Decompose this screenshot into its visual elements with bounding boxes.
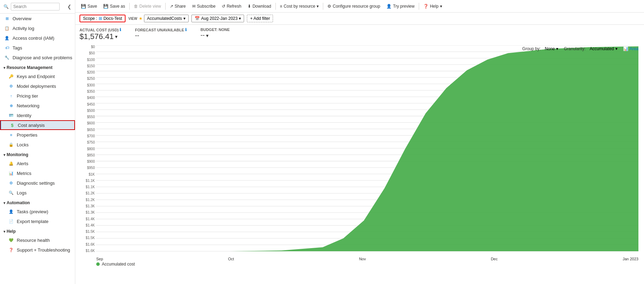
- y-axis-label: $1.4K: [81, 224, 95, 227]
- y-axis-label: $400: [81, 96, 95, 100]
- view-value: AccumulatedCosts: [147, 16, 182, 21]
- add-filter-button[interactable]: + Add filter: [247, 15, 273, 22]
- sidebar-item-label: Metrics: [17, 171, 31, 176]
- y-axis-label: $500: [81, 109, 95, 113]
- sidebar-item-alerts[interactable]: 🔔 Alerts: [0, 159, 75, 168]
- sidebar-item-identity[interactable]: 🪪 Identity: [0, 110, 75, 120]
- dropdown-icon: ▾: [317, 4, 319, 9]
- share-button[interactable]: ↗ Share: [167, 2, 189, 10]
- sidebar-item-networking[interactable]: ⊕ Networking: [0, 101, 75, 110]
- sidebar-item-support-troubleshooting[interactable]: ❓ Support + Troubleshooting: [0, 245, 75, 255]
- actual-cost-section: ACTUAL COST (USD) ℹ $1,576.41 ▾: [79, 28, 121, 41]
- sidebar-item-export-template[interactable]: 📄 Export template: [0, 216, 75, 226]
- delete-icon: 🗑: [134, 4, 138, 9]
- section-resource-management[interactable]: ▾ Resource Management: [0, 62, 75, 71]
- sidebar-item-label: Pricing tier: [17, 93, 38, 99]
- configure-resource-group-button[interactable]: ⚙ Configure resource group: [325, 2, 383, 10]
- sidebar-item-label: Tasks (preview): [17, 209, 48, 214]
- resource-health-icon: 💚: [8, 237, 14, 243]
- section-automation[interactable]: ▾ Automation: [0, 198, 75, 207]
- granularity-label: Granularity:: [564, 46, 585, 51]
- date-range-button[interactable]: 📅 Aug 2022-Jan 2023 ▾: [191, 15, 244, 22]
- sidebar-item-keys-endpoint[interactable]: 🔑 Keys and Endpoint: [0, 71, 75, 81]
- toolbar-divider-3: [275, 3, 276, 10]
- logs-icon: 🔍: [8, 190, 14, 195]
- refresh-button[interactable]: ↺ Refresh: [219, 2, 244, 10]
- info-icon-forecast[interactable]: ℹ: [185, 28, 187, 32]
- help-button[interactable]: ❓ Help ▾: [421, 2, 445, 10]
- sidebar-item-label: Networking: [17, 103, 39, 108]
- view-selector: VIEW ★ AccumulatedCosts ▾: [128, 15, 189, 22]
- chevron-icon: ▾: [3, 230, 5, 233]
- search-icon: 🔍: [3, 4, 9, 9]
- view-dropdown-button[interactable]: AccumulatedCosts ▾: [144, 15, 189, 22]
- sidebar-item-tasks-preview[interactable]: 👤 Tasks (preview): [0, 207, 75, 216]
- section-monitoring[interactable]: ▾ Monitoring: [0, 149, 75, 159]
- group-by-dropdown[interactable]: None ▾: [542, 45, 561, 52]
- chart-type-control: 📊 Area: [623, 46, 638, 51]
- section-help[interactable]: ▾ Help: [0, 226, 75, 235]
- sidebar-item-resource-health[interactable]: 💚 Resource health: [0, 235, 75, 245]
- section-label: Help: [7, 229, 16, 234]
- sidebar-item-label: Activity log: [13, 26, 34, 31]
- group-by-chevron-icon: ▾: [556, 46, 558, 51]
- identity-icon: 🪪: [8, 113, 14, 118]
- sidebar-item-overview[interactable]: ⊞ Overview: [0, 14, 75, 23]
- sidebar-item-locks[interactable]: 🔒 Locks: [0, 140, 75, 149]
- search-input[interactable]: [11, 3, 60, 10]
- sidebar-item-activity-log[interactable]: 📋 Activity log: [0, 23, 75, 33]
- info-icon-actual-cost[interactable]: ℹ: [120, 28, 121, 32]
- save-as-button[interactable]: 💾 Save as: [100, 2, 128, 10]
- granularity-dropdown[interactable]: Accumulated ▾: [587, 45, 620, 52]
- y-axis-label: $200: [81, 71, 95, 74]
- networking-icon: ⊕: [8, 103, 14, 108]
- x-label-nov: Nov: [359, 257, 366, 261]
- sidebar-item-metrics[interactable]: 📊 Metrics: [0, 168, 75, 178]
- sidebar-item-cost-analysis[interactable]: $ Cost analysis: [0, 120, 75, 130]
- cost-by-resource-button[interactable]: ≡ Cost by resource ▾: [277, 2, 322, 10]
- sidebar-item-label: Resource health: [17, 238, 50, 243]
- sidebar-item-pricing-tier[interactable]: ↑ Pricing tier: [0, 91, 75, 101]
- download-button[interactable]: ⬇ Download: [245, 2, 274, 10]
- chart-plot: [96, 45, 638, 253]
- sidebar-item-logs[interactable]: 🔍 Logs: [0, 188, 75, 198]
- subscribe-icon: ✉: [192, 4, 196, 9]
- sidebar-item-tags[interactable]: 🏷 Tags: [0, 43, 75, 53]
- section-label: Resource Management: [7, 65, 52, 70]
- y-axis-label: $250: [81, 77, 95, 80]
- forecast-section: FORECAST UNAVAILABLE ℹ --: [135, 28, 187, 39]
- chart-container: Group by: None ▾ Granularity: Accumulate…: [75, 43, 644, 284]
- budget-dropdown-icon[interactable]: ▾: [206, 33, 209, 38]
- save-button[interactable]: 💾 Save: [78, 2, 100, 10]
- y-axis-label: $900: [81, 160, 95, 163]
- scope-value: Docs-Test: [104, 16, 122, 21]
- try-preview-button[interactable]: 👤 Try preview: [384, 2, 417, 10]
- scope-label: Scope :: [83, 16, 97, 21]
- actual-cost-dropdown-icon[interactable]: ▾: [115, 34, 118, 39]
- y-axis-label: $50: [81, 52, 95, 55]
- sidebar-item-diagnostic-settings[interactable]: ⚙ Diagnostic settings: [0, 178, 75, 188]
- delete-view-button[interactable]: 🗑 Delete view: [131, 2, 164, 10]
- granularity-chevron-icon: ▾: [615, 46, 618, 51]
- sidebar-item-diagnose[interactable]: 🔧 Diagnose and solve problems: [0, 53, 75, 62]
- date-dropdown-icon: ▾: [239, 16, 241, 21]
- cost-summary: ACTUAL COST (USD) ℹ $1,576.41 ▾ FORECAST…: [75, 25, 644, 43]
- subscribe-button[interactable]: ✉ Subscribe: [189, 2, 218, 10]
- toolbar-divider-2: [165, 3, 166, 10]
- sidebar-item-model-deployments[interactable]: ⚙ Model deployments: [0, 81, 75, 91]
- sidebar-collapse-button[interactable]: ❮: [67, 4, 71, 9]
- sidebar-item-label: Diagnostic settings: [17, 181, 55, 186]
- sidebar-item-label: Locks: [17, 142, 29, 147]
- support-icon: ❓: [8, 247, 14, 253]
- properties-icon: ≡: [8, 132, 14, 138]
- y-axis-label: $0: [81, 45, 95, 49]
- sidebar-item-access-control[interactable]: 👤 Access control (IAM): [0, 33, 75, 43]
- add-filter-label: + Add filter: [250, 16, 270, 21]
- scope-badge[interactable]: Scope : ⊞ Docs-Test: [79, 15, 126, 22]
- actual-cost-value: $1,576.41 ▾: [79, 32, 121, 41]
- sidebar-item-properties[interactable]: ≡ Properties: [0, 130, 75, 140]
- toolbar-divider-4: [323, 3, 323, 10]
- alerts-icon: 🔔: [8, 161, 14, 166]
- keys-icon: 🔑: [8, 74, 14, 79]
- sidebar-item-label: Overview: [13, 16, 31, 21]
